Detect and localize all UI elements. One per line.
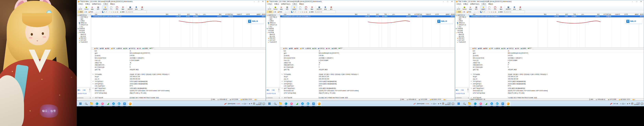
- 选项-button[interactable]: ✱选项: [133, 6, 139, 10]
- sidebar-item-12[interactable]: ◉RSS 种子: [77, 38, 91, 40]
- sidebar-scrollbar[interactable]: [278, 88, 280, 92]
- stock-ticker-label[interactable]: 富时中国A50: [417, 103, 424, 105]
- sidebar-item-0[interactable]: ▣全部任务 (1): [455, 14, 469, 16]
- file-c-icon[interactable]: ▦: [495, 11, 496, 13]
- sidebar-item-9[interactable]: ■种子市场: [77, 32, 91, 34]
- 制作-button[interactable]: ▤制作: [95, 6, 101, 10]
- tab-服务器[interactable]: 服务器: [305, 48, 312, 50]
- menu-item-4[interactable]: 帮助(H): [299, 3, 304, 5]
- task-row[interactable]: ↓Photoshop2024-v25.9.1.626-x64-CN-Portab…: [91, 15, 266, 17]
- drag-upload-button[interactable]: 云 拖拽上传: [625, 19, 642, 24]
- 删除-button[interactable]: ✕删除: [309, 6, 315, 10]
- status-port-blocked-icon[interactable]: 端口阻塞: 22223: [240, 99, 252, 100]
- tab-分块[interactable]: 分块: [136, 48, 142, 50]
- share-out-icon[interactable]: ↗: [487, 11, 488, 13]
- tab-截图[interactable]: 截图: [99, 48, 104, 50]
- expand-marker-icon[interactable]: ∨: [282, 80, 282, 82]
- network-icon[interactable]: ≈: [625, 103, 626, 104]
- edge-icon[interactable]: [95, 101, 99, 106]
- swap-updown-icon[interactable]: ⇅: [104, 11, 105, 13]
- start-button[interactable]: [267, 101, 272, 106]
- sidebar-item-4[interactable]: ▙未完成 (1): [266, 22, 280, 24]
- sidebar-item-11[interactable]: ↓他人共享: [77, 36, 91, 38]
- 绑定app-button[interactable]: ▣绑定APP: [127, 6, 133, 10]
- drag-upload-button[interactable]: 云 拖拽上传: [436, 19, 453, 24]
- login-link[interactable]: 登入: [456, 89, 458, 91]
- share-out-icon[interactable]: ↗: [109, 11, 110, 13]
- column-header-大小[interactable]: 大小: [171, 14, 180, 15]
- 停止-button[interactable]: ◯停止: [303, 6, 309, 10]
- column-header-上传...[interactable]: 上传...: [200, 14, 206, 15]
- taskbar-clock[interactable]: 17:48 2024/8/31: [634, 102, 640, 105]
- pink-media-app-icon[interactable]: [289, 101, 294, 106]
- 磁链-button[interactable]: ∪磁链: [278, 6, 284, 10]
- tab-服务器[interactable]: 服务器: [116, 48, 123, 50]
- column-header-健康度[interactable]: 健康度: [440, 14, 450, 15]
- http-button[interactable]: ↓HTTP: [266, 6, 272, 10]
- pie-icon[interactable]: ◔: [486, 11, 487, 13]
- cloud-app-icon[interactable]: 云: [122, 101, 127, 106]
- tab-统计[interactable]: 统计: [149, 47, 154, 50]
- telegram-app-icon[interactable]: [495, 101, 500, 106]
- subtab-RSS[interactable]: ◉RSS: [277, 11, 283, 14]
- hidden-icons-chevron[interactable]: ∧: [620, 103, 621, 104]
- 收藏夹-button[interactable]: ★收藏夹: [480, 6, 486, 10]
- share-in-icon[interactable]: ↙: [111, 11, 112, 13]
- tab-连接[interactable]: 连接: [123, 48, 128, 50]
- stock-ticker-change[interactable]: +1.40...: [426, 103, 430, 104]
- sidebar-item-2[interactable]: ↑做种: [455, 18, 469, 20]
- battery-icon[interactable]: [622, 103, 624, 104]
- status-port-blocked-icon[interactable]: 端口阻塞: 22223: [619, 99, 630, 100]
- 删除-button[interactable]: ✕删除: [120, 6, 126, 10]
- priority-down-icon[interactable]: ↓: [98, 11, 98, 13]
- expand-marker-icon[interactable]: ∨: [92, 88, 94, 89]
- login-link[interactable]: 登入: [78, 89, 80, 91]
- sidebar-item-9[interactable]: ■种子市场: [455, 32, 469, 34]
- search-input[interactable]: [504, 11, 525, 13]
- sidebar-item-7[interactable]: ◧任务标签: [266, 28, 280, 30]
- network-icon[interactable]: ≈: [247, 103, 248, 104]
- priority-down-icon[interactable]: ↓: [287, 11, 288, 13]
- sidebar-item-5[interactable]: ⇅正在运行 (1): [77, 24, 91, 26]
- status-alert-bell-icon[interactable]: 2: [444, 99, 446, 100]
- sidebar-item-8[interactable]: ◔种子存档: [77, 30, 91, 32]
- telegram-app-icon[interactable]: [117, 101, 121, 106]
- stock-ticker-icon[interactable]: [414, 103, 416, 104]
- tab-分块[interactable]: 分块: [514, 48, 520, 50]
- column-header-健康度[interactable]: 健康度: [629, 14, 639, 15]
- 选项-button[interactable]: ✱选项: [322, 6, 328, 10]
- menu-item-3[interactable]: 工具(T): [292, 3, 297, 5]
- volume-icon[interactable]: ◀: [249, 103, 250, 104]
- 删除-button[interactable]: ✕删除: [498, 6, 504, 10]
- file-a-icon[interactable]: ▤: [491, 11, 492, 13]
- expand-marker-icon[interactable]: ∨: [92, 80, 94, 82]
- start-button[interactable]: [456, 101, 461, 106]
- pink-media-app-icon[interactable]: [478, 101, 483, 106]
- column-header-分享率[interactable]: 分享率: [620, 14, 628, 15]
- sidebar-item-1[interactable]: ↓正在下载 (1): [266, 16, 280, 18]
- 收藏夹-button[interactable]: ★收藏夹: [102, 6, 108, 10]
- file-a-icon[interactable]: ▤: [302, 11, 303, 13]
- subtab-IE[interactable]: eIE: [462, 11, 466, 14]
- add-task-icon[interactable]: ▢: [96, 11, 97, 13]
- 绑定app-button[interactable]: ▣绑定APP: [506, 6, 511, 10]
- status-port-blocked-icon[interactable]: 端口阻塞: 22223: [430, 99, 441, 100]
- close-button[interactable]: ✕: [450, 0, 454, 3]
- updown-gray-icon[interactable]: ⇵: [106, 11, 107, 13]
- sidebar-item-4[interactable]: ▙未完成 (1): [455, 22, 469, 24]
- subtab-频道[interactable]: ★频道: [456, 11, 462, 14]
- sidebar-item-8[interactable]: ◔种子存档: [455, 30, 469, 32]
- cloud-app-icon[interactable]: 云: [500, 101, 505, 106]
- sidebar-item-0[interactable]: ▣全部任务 (1): [77, 14, 91, 16]
- language-indicator[interactable]: 中: [440, 103, 441, 105]
- file-a-icon[interactable]: ▤: [113, 11, 114, 13]
- edge-icon[interactable]: [473, 101, 478, 106]
- sidebar-item-14[interactable]: ▤Tracker种子: [266, 41, 280, 43]
- add-task-icon[interactable]: ▢: [285, 11, 286, 13]
- status-passport-globe-icon[interactable]: 未登录通行证: [407, 99, 416, 100]
- pink-media-app-icon[interactable]: [100, 101, 105, 106]
- tab-任务日志[interactable]: 任务日志: [317, 48, 325, 50]
- tab-评论[interactable]: 评论: [94, 48, 99, 50]
- subtab-频道[interactable]: ★频道: [78, 11, 84, 14]
- sidebar-item-8[interactable]: ◔种子存档: [266, 30, 280, 32]
